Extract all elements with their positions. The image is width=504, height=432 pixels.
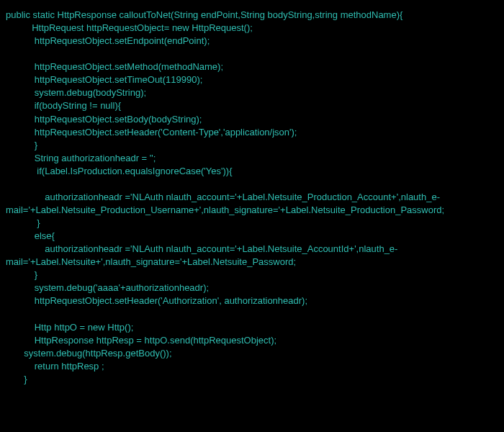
code-line: httpRequestObject.setEndpoint(endPoint); xyxy=(6,35,210,46)
code-line: return httpResp ; xyxy=(6,361,104,372)
code-block: public static HttpResponse calloutToNet(… xyxy=(6,9,498,386)
code-line: } xyxy=(6,269,37,280)
code-line: authorizationheadr ='NLAuth nlauth_accou… xyxy=(6,243,397,267)
code-line: httpRequestObject.setHeader('Authorizati… xyxy=(6,295,307,306)
code-line: HttpRequest httpRequestObject= new HttpR… xyxy=(6,22,253,33)
code-line: Http httpO = new Http(); xyxy=(6,322,133,333)
code-line: httpRequestObject.setBody(bodyString); xyxy=(6,114,202,125)
code-line: else{ xyxy=(6,230,55,241)
code-line: if(Label.IsProduction.equalsIgnoreCase('… xyxy=(6,166,232,176)
code-line: system.debug('aaaa'+authorizationheadr); xyxy=(6,282,209,293)
code-line: } xyxy=(6,217,40,228)
code-line: HttpResponse httpResp = httpO.send(httpR… xyxy=(6,335,276,346)
code-line: httpRequestObject.setHeader('Content-Typ… xyxy=(6,127,297,138)
code-line: system.debug(bodyString); xyxy=(6,87,146,98)
code-line: } xyxy=(6,140,37,150)
code-line: String authorizationheadr = ''; xyxy=(6,153,156,163)
code-line: public static HttpResponse calloutToNet(… xyxy=(6,9,402,20)
code-line: httpRequestObject.setTimeOut(119990); xyxy=(6,74,202,85)
code-line: system.debug(httpResp.getBody()); xyxy=(6,348,172,359)
code-line: httpRequestObject.setMethod(methodName); xyxy=(6,61,223,72)
code-line: if(bodyString != null){ xyxy=(6,100,121,111)
code-line: authorizationheadr ='NLAuth nlauth_accou… xyxy=(6,192,444,215)
code-line: } xyxy=(6,374,27,384)
